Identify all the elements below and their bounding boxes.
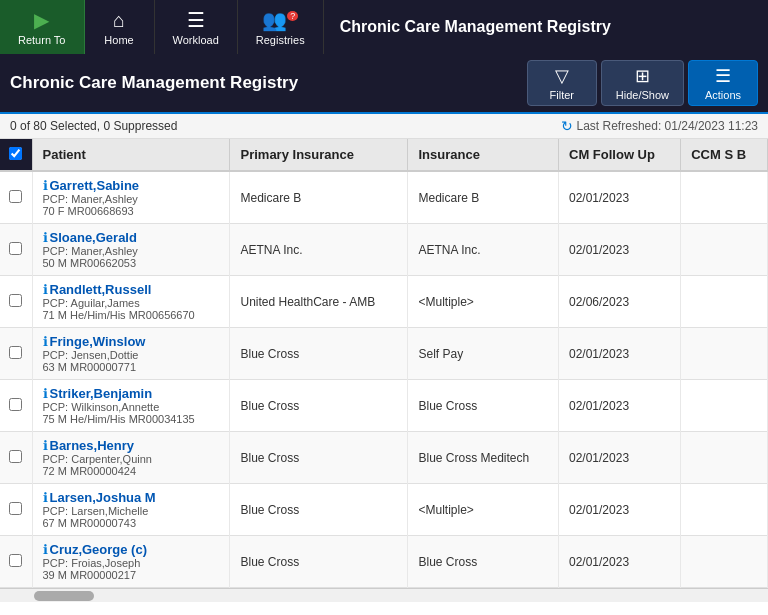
insurance-cell: Blue Cross xyxy=(408,536,559,588)
return-to-label: Return To xyxy=(18,34,66,46)
table-row: ℹRandlett,Russell PCP: Aguilar,James 71 … xyxy=(0,276,768,328)
patient-name[interactable]: Larsen,Joshua M xyxy=(50,490,156,505)
workload-button[interactable]: ☰ Workload xyxy=(155,0,238,54)
patient-pcp: PCP: Jensen,Dottie xyxy=(43,349,220,361)
cm-follow-up-cell: 02/01/2023 xyxy=(559,171,681,224)
info-icon[interactable]: ℹ xyxy=(43,178,48,193)
actions-button[interactable]: ☰ Actions xyxy=(688,60,758,106)
primary-insurance-cell: Blue Cross xyxy=(230,380,408,432)
cm-follow-up-cell: 02/01/2023 xyxy=(559,224,681,276)
refresh-info: ↻ Last Refreshed: 01/24/2023 11:23 xyxy=(561,118,758,134)
row-checkbox[interactable] xyxy=(9,450,22,463)
top-navigation: ▶ Return To ⌂ Home ☰ Workload 👥? Registr… xyxy=(0,0,768,54)
insurance-cell: Medicare B xyxy=(408,171,559,224)
table-row: ℹGarrett,Sabine PCP: Maner,Ashley 70 F M… xyxy=(0,171,768,224)
primary-insurance-cell: Blue Cross xyxy=(230,536,408,588)
info-icon[interactable]: ℹ xyxy=(43,282,48,297)
patient-name[interactable]: Sloane,Gerald xyxy=(50,230,137,245)
row-checkbox-cell[interactable] xyxy=(0,276,32,328)
info-icon[interactable]: ℹ xyxy=(43,542,48,557)
patient-demographics: 72 M MR00000424 xyxy=(43,465,220,477)
cm-follow-up-cell: 02/01/2023 xyxy=(559,536,681,588)
toolbar: Chronic Care Management Registry ▽ Filte… xyxy=(0,54,768,114)
row-checkbox[interactable] xyxy=(9,190,22,203)
patient-demographics: 70 F MR00668693 xyxy=(43,205,220,217)
row-checkbox-cell[interactable] xyxy=(0,328,32,380)
info-icon[interactable]: ℹ xyxy=(43,230,48,245)
ccm-cell xyxy=(681,380,768,432)
patient-name[interactable]: Cruz,George (c) xyxy=(50,542,148,557)
info-icon[interactable]: ℹ xyxy=(43,490,48,505)
patient-name[interactable]: Striker,Benjamin xyxy=(50,386,153,401)
row-checkbox-cell[interactable] xyxy=(0,432,32,484)
table-row: ℹBarnes,Henry PCP: Carpenter,Quinn 72 M … xyxy=(0,432,768,484)
primary-insurance-cell: United HealthCare - AMB xyxy=(230,276,408,328)
patient-name[interactable]: Garrett,Sabine xyxy=(50,178,140,193)
registries-label: Registries xyxy=(256,34,305,46)
ccm-column-header[interactable]: CCM S B xyxy=(681,139,768,171)
info-icon[interactable]: ℹ xyxy=(43,386,48,401)
patient-name[interactable]: Fringe,Winslow xyxy=(50,334,146,349)
table-row: ℹStriker,Benjamin PCP: Wilkinson,Annette… xyxy=(0,380,768,432)
row-checkbox[interactable] xyxy=(9,242,22,255)
table-row: ℹSloane,Gerald PCP: Maner,Ashley 50 M MR… xyxy=(0,224,768,276)
table-header-row: Patient Primary Insurance Insurance CM F… xyxy=(0,139,768,171)
insurance-cell: AETNA Inc. xyxy=(408,224,559,276)
insurance-cell: Blue Cross Meditech xyxy=(408,432,559,484)
select-all-checkbox[interactable] xyxy=(9,147,22,160)
actions-icon: ☰ xyxy=(715,65,731,87)
row-checkbox-cell[interactable] xyxy=(0,171,32,224)
insurance-cell: <Multiple> xyxy=(408,276,559,328)
horizontal-scrollbar[interactable] xyxy=(0,588,768,602)
refresh-icon[interactable]: ↻ xyxy=(561,118,573,134)
table-row: ℹCruz,George (c) PCP: Froias,Joseph 39 M… xyxy=(0,536,768,588)
hide-show-button[interactable]: ⊞ Hide/Show xyxy=(601,60,684,106)
row-checkbox[interactable] xyxy=(9,398,22,411)
cm-follow-up-column-header[interactable]: CM Follow Up xyxy=(559,139,681,171)
patient-demographics: 39 M MR00000217 xyxy=(43,569,220,581)
row-checkbox-cell[interactable] xyxy=(0,224,32,276)
row-checkbox-cell[interactable] xyxy=(0,536,32,588)
info-icon[interactable]: ℹ xyxy=(43,438,48,453)
primary-insurance-column-header[interactable]: Primary Insurance xyxy=(230,139,408,171)
patient-pcp: PCP: Froias,Joseph xyxy=(43,557,220,569)
row-checkbox-cell[interactable] xyxy=(0,484,32,536)
insurance-column-header[interactable]: Insurance xyxy=(408,139,559,171)
row-checkbox[interactable] xyxy=(9,346,22,359)
patient-name[interactable]: Randlett,Russell xyxy=(50,282,152,297)
primary-insurance-cell: Medicare B xyxy=(230,171,408,224)
app-title: Chronic Care Management Registry xyxy=(324,0,768,54)
patient-demographics: 75 M He/Him/His MR00034135 xyxy=(43,413,220,425)
return-to-icon: ▶ xyxy=(34,8,49,32)
patient-name[interactable]: Barnes,Henry xyxy=(50,438,135,453)
home-button[interactable]: ⌂ Home xyxy=(85,0,155,54)
info-icon[interactable]: ℹ xyxy=(43,334,48,349)
scrollbar-thumb[interactable] xyxy=(34,591,94,601)
primary-insurance-cell: Blue Cross xyxy=(230,432,408,484)
home-label: Home xyxy=(104,34,133,46)
patient-demographics: 50 M MR00662053 xyxy=(43,257,220,269)
registries-button[interactable]: 👥? Registries xyxy=(238,0,324,54)
table-row: ℹLarsen,Joshua M PCP: Larsen,Michelle 67… xyxy=(0,484,768,536)
ccm-cell xyxy=(681,432,768,484)
filter-button[interactable]: ▽ Filter xyxy=(527,60,597,106)
row-checkbox[interactable] xyxy=(9,294,22,307)
patient-column-header[interactable]: Patient xyxy=(32,139,230,171)
return-to-button[interactable]: ▶ Return To xyxy=(0,0,85,54)
patient-table-container: Patient Primary Insurance Insurance CM F… xyxy=(0,139,768,588)
row-checkbox-cell[interactable] xyxy=(0,380,32,432)
patient-pcp: PCP: Maner,Ashley xyxy=(43,193,220,205)
insurance-cell: <Multiple> xyxy=(408,484,559,536)
selection-status: 0 of 80 Selected, 0 Suppressed xyxy=(10,119,177,133)
refresh-label: Last Refreshed: 01/24/2023 11:23 xyxy=(577,119,758,133)
select-all-header[interactable] xyxy=(0,139,32,171)
row-checkbox[interactable] xyxy=(9,554,22,567)
patient-demographics: 63 M MR00000771 xyxy=(43,361,220,373)
filter-label: Filter xyxy=(550,89,574,101)
workload-icon: ☰ xyxy=(187,8,205,32)
patient-cell: ℹLarsen,Joshua M PCP: Larsen,Michelle 67… xyxy=(32,484,230,536)
table-row: ℹFringe,Winslow PCP: Jensen,Dottie 63 M … xyxy=(0,328,768,380)
primary-insurance-cell: AETNA Inc. xyxy=(230,224,408,276)
row-checkbox[interactable] xyxy=(9,502,22,515)
ccm-cell xyxy=(681,536,768,588)
